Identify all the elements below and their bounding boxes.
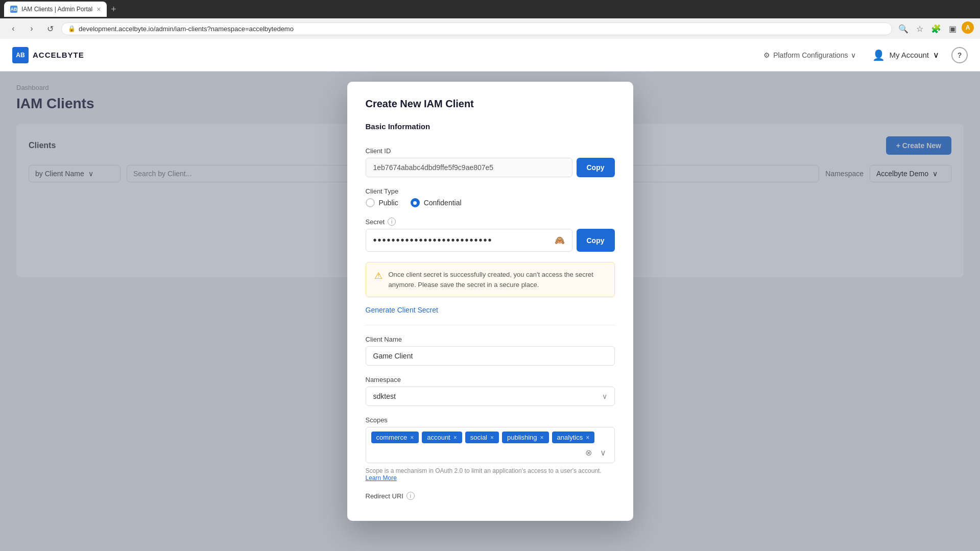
- browser-nav-icons: 🔍 ☆ 🧩 ▣ A: [896, 21, 974, 36]
- secret-info-icon[interactable]: i: [388, 218, 396, 226]
- scope-tag-commerce-label: commerce: [376, 434, 408, 441]
- generate-secret-link[interactable]: Generate Client Secret: [366, 306, 438, 314]
- sidebar-toggle[interactable]: ▣: [945, 21, 960, 36]
- my-account-nav[interactable]: 👤 My Account ∨: [872, 49, 939, 61]
- secret-dots: ••••••••••••••••••••••••••: [373, 234, 493, 246]
- expand-tags-button[interactable]: ∨: [597, 446, 609, 459]
- divider: [366, 325, 615, 325]
- logo-text: ACCELBYTE: [33, 51, 84, 59]
- extension-icon[interactable]: 🧩: [929, 21, 943, 36]
- lock-icon: 🔒: [68, 25, 76, 32]
- client-id-input-row: Copy: [366, 158, 615, 177]
- client-id-group: Client ID Copy: [366, 147, 615, 177]
- namespace-dropdown-value: sdktest: [373, 392, 396, 400]
- scope-tag-publishing: publishing ×: [502, 432, 549, 443]
- logo-icon: AB: [12, 47, 29, 63]
- scope-tag-publishing-label: publishing: [507, 434, 537, 441]
- client-type-group: Client Type Public Confidential: [366, 187, 615, 207]
- tag-controls: ⊗ ∨: [583, 446, 609, 459]
- main-content: Dashboard IAM Clients Clients + Create N…: [0, 71, 980, 551]
- secret-input-wrap: •••••••••••••••••••••••••• 🙈: [366, 229, 572, 252]
- create-iam-modal: Create New IAM Client Basic Information …: [347, 82, 633, 521]
- scope-tag-social-remove[interactable]: ×: [490, 434, 494, 441]
- scopes-tags-container: commerce × account × social ×: [366, 427, 615, 463]
- radio-public-label: Public: [379, 199, 398, 207]
- logo-area: AB ACCELBYTE: [12, 47, 751, 63]
- scope-tag-commerce-remove[interactable]: ×: [410, 434, 414, 441]
- modal-title: Create New IAM Client: [366, 98, 615, 110]
- radio-confidential[interactable]: Confidential: [411, 198, 462, 207]
- radio-confidential-circle: [411, 198, 420, 207]
- reload-button[interactable]: ↺: [43, 21, 57, 36]
- scope-tag-commerce: commerce ×: [371, 432, 419, 443]
- header-right: ⚙ Platform Configurations ∨ 👤 My Account…: [759, 47, 968, 63]
- namespace-dropdown-chevron: ∨: [602, 392, 607, 400]
- person-icon: 👤: [872, 49, 885, 61]
- scope-tag-social: social ×: [465, 432, 499, 443]
- section-basic-title: Basic Information: [366, 122, 615, 137]
- redirect-uri-group: Redirect URI i: [366, 492, 615, 500]
- scope-tag-account-remove[interactable]: ×: [453, 434, 457, 441]
- modal-overlay: Create New IAM Client Basic Information …: [0, 71, 980, 551]
- radio-confidential-label: Confidential: [424, 199, 462, 207]
- client-id-input[interactable]: [366, 158, 572, 177]
- eye-icon[interactable]: 🙈: [555, 235, 565, 245]
- help-button[interactable]: ?: [951, 47, 968, 63]
- client-type-label: Client Type: [366, 187, 615, 195]
- client-name-label: Client Name: [366, 336, 615, 343]
- platform-config-label: Platform Configurations: [773, 51, 848, 59]
- platform-config-nav[interactable]: ⚙ Platform Configurations ∨: [759, 47, 860, 63]
- scope-tag-social-label: social: [470, 434, 487, 441]
- zoom-icon[interactable]: 🔍: [896, 21, 911, 36]
- copy-client-id-button[interactable]: Copy: [577, 158, 615, 177]
- copy-secret-button[interactable]: Copy: [577, 229, 615, 252]
- secret-label: Secret i: [366, 218, 615, 226]
- address-bar[interactable]: 🔒 development.accelbyte.io/admin/iam-cli…: [61, 22, 892, 35]
- secret-group: Secret i •••••••••••••••••••••••••• 🙈 Co…: [366, 218, 615, 252]
- client-name-group: Client Name: [366, 336, 615, 366]
- app-container: AB ACCELBYTE ⚙ Platform Configurations ∨…: [0, 39, 980, 551]
- back-button[interactable]: ‹: [6, 21, 20, 36]
- scope-tag-analytics-label: analytics: [557, 434, 583, 441]
- tab-title: IAM Clients | Admin Portal: [21, 6, 92, 13]
- bookmark-icon[interactable]: ☆: [913, 21, 927, 36]
- my-account-label: My Account: [889, 51, 929, 59]
- my-account-chevron: ∨: [933, 50, 939, 60]
- scope-tag-analytics: analytics ×: [552, 432, 595, 443]
- namespace-field-group: Namespace sdktest ∨: [366, 376, 615, 406]
- browser-tab[interactable]: AB IAM Clients | Admin Portal ×: [4, 2, 107, 17]
- browser-nav: ‹ › ↺ 🔒 development.accelbyte.io/admin/i…: [0, 18, 980, 39]
- namespace-dropdown[interactable]: sdktest ∨: [366, 387, 615, 406]
- client-id-label: Client ID: [366, 147, 615, 155]
- tab-close-icon[interactable]: ×: [97, 5, 101, 13]
- radio-public[interactable]: Public: [366, 198, 398, 207]
- new-tab-button[interactable]: +: [111, 4, 116, 15]
- scopes-group: Scopes commerce × account × soci: [366, 416, 615, 482]
- scope-tag-account-label: account: [427, 434, 450, 441]
- warning-box: ⚠ Once client secret is successfully cre…: [366, 262, 615, 297]
- secret-input-row: •••••••••••••••••••••••••• 🙈 Copy: [366, 229, 615, 252]
- user-avatar[interactable]: A: [962, 21, 974, 34]
- warning-text: Once client secret is successfully creat…: [389, 270, 606, 290]
- namespace-field-label: Namespace: [366, 376, 615, 384]
- clear-all-tags-button[interactable]: ⊗: [583, 446, 595, 459]
- radio-public-circle: [366, 198, 375, 207]
- forward-button[interactable]: ›: [25, 21, 39, 36]
- page-area: Dashboard IAM Clients Clients + Create N…: [0, 71, 980, 551]
- scope-tag-publishing-remove[interactable]: ×: [540, 434, 544, 441]
- browser-chrome: AB IAM Clients | Admin Portal × +: [0, 0, 980, 18]
- client-name-input[interactable]: [366, 346, 615, 366]
- platform-config-chevron: ∨: [851, 51, 856, 59]
- scope-tag-analytics-remove[interactable]: ×: [586, 434, 589, 441]
- scope-tag-account: account ×: [422, 432, 462, 443]
- tab-favicon: AB: [10, 6, 17, 13]
- gear-icon: ⚙: [763, 51, 770, 59]
- scope-hint: Scope is a mechanism in OAuth 2.0 to lim…: [366, 467, 615, 482]
- radio-confidential-inner: [413, 201, 417, 205]
- app-header: AB ACCELBYTE ⚙ Platform Configurations ∨…: [0, 39, 980, 71]
- learn-more-link[interactable]: Learn More: [366, 474, 397, 482]
- client-type-radio-group: Public Confidential: [366, 198, 615, 207]
- warning-icon: ⚠: [374, 270, 383, 290]
- redirect-uri-info-icon[interactable]: i: [407, 492, 415, 500]
- redirect-uri-label: Redirect URI i: [366, 492, 615, 500]
